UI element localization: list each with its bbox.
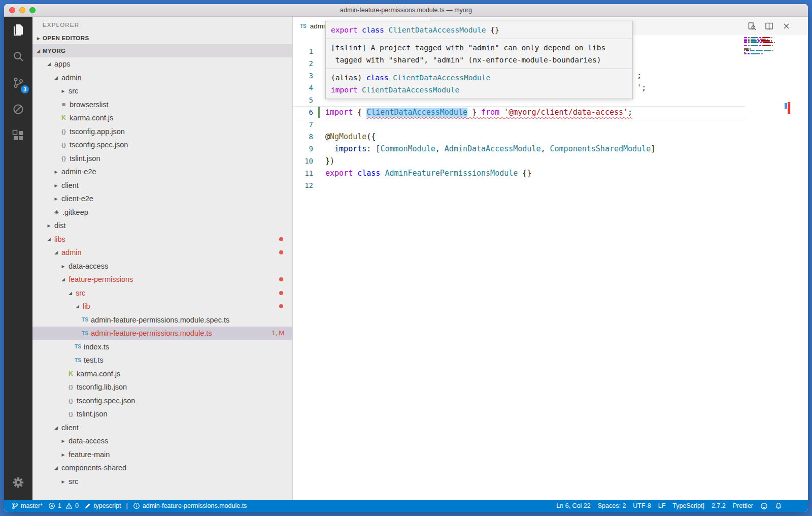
status-encoding[interactable]: UTF-8 (629, 500, 654, 512)
tree-item-label: admin-feature-permissions.module.spec.ts (91, 316, 229, 324)
tree-file-tsconfig.lib.json[interactable]: {}tsconfig.lib.json (32, 380, 292, 394)
code-line-9[interactable]: 9 imports: [CommonModule, AdminDataAcces… (293, 143, 745, 155)
tree-folder-admin-e2e[interactable]: ▸admin-e2e (32, 165, 292, 179)
tree-folder-components-shared[interactable]: ◢components-shared (32, 461, 292, 475)
activity-settings[interactable] (4, 469, 32, 496)
minimize-window-button[interactable] (19, 7, 25, 13)
chevron-collapsed-icon: ▸ (59, 451, 67, 458)
json-file-icon: {} (59, 155, 69, 162)
code-line-8[interactable]: 8@NgModule({ (293, 131, 745, 143)
code-token: ; (637, 71, 641, 80)
code-line-7[interactable]: 7 (293, 118, 745, 131)
status-cursor-position[interactable]: Ln 6, Col 22 (553, 500, 594, 512)
ts-file-icon: TS (73, 358, 83, 363)
tree-file-tsconfig.app.json[interactable]: {}tsconfig.app.json (32, 125, 292, 139)
tree-folder-admin[interactable]: ◢admin (32, 71, 292, 85)
tree-file-browserslist[interactable]: ≡browserslist (32, 98, 292, 112)
code-line-12[interactable]: 12 (293, 179, 745, 191)
tree-file-admin-feature-permissions.module.ts[interactable]: TSadmin-feature-permissions.module.ts1, … (32, 327, 292, 340)
tree-folder-client[interactable]: ▸client (32, 179, 292, 192)
tree-file-admin-feature-permissions.module.spec.ts[interactable]: TSadmin-feature-permissions.module.spec.… (32, 313, 292, 327)
code-line-11[interactable]: 11export class AdminFeaturePermissionsMo… (293, 167, 745, 179)
tree-file-tslint.json[interactable]: {}tslint.json (32, 407, 292, 421)
popup-token: tagged with "shared", "admin" (nx-enforc… (331, 56, 601, 64)
tree-folder-data-access[interactable]: ▸data-access (32, 260, 292, 273)
tree-folder-client[interactable]: ◢client (32, 421, 292, 435)
line-number: 12 (293, 179, 313, 191)
gutter (313, 57, 325, 70)
status-active-file-info[interactable]: admin-feature-permissions.module.ts (129, 500, 251, 512)
code-line-10[interactable]: 10}) (293, 155, 745, 167)
status-separator: | (124, 502, 129, 509)
minimap-segment (744, 50, 745, 51)
code-token: import (325, 108, 353, 117)
line-number: 2 (293, 57, 313, 70)
activity-extensions[interactable] (4, 122, 32, 149)
minimap-segment (751, 53, 760, 54)
git-file-icon: ◈ (52, 209, 61, 215)
minimap-segment (748, 45, 750, 46)
ts-file-icon: TS (73, 344, 83, 349)
close-window-button[interactable] (9, 7, 15, 13)
tree-file-tslint.json[interactable]: {}tslint.json (32, 152, 292, 166)
tree-folder-data-access[interactable]: ▸data-access (32, 434, 292, 448)
minimap-segment (762, 37, 770, 38)
zoom-window-button[interactable] (29, 7, 36, 13)
tree-file-tsconfig.spec.json[interactable]: {}tsconfig.spec.json (32, 138, 292, 152)
gutter (313, 70, 325, 82)
status-language-mode[interactable]: TypeScript] (669, 500, 708, 512)
tree-folder-src[interactable]: ◢src (32, 286, 292, 300)
status-label: 1 (58, 502, 61, 509)
status-feedback[interactable] (757, 500, 771, 512)
minimap-segment (751, 42, 759, 43)
code-token: { (353, 108, 366, 117)
status-git-branch[interactable]: master* (8, 500, 46, 512)
tree-folder-apps[interactable]: ◢apps (32, 57, 292, 71)
status-notifications[interactable] (771, 500, 786, 512)
status-indentation[interactable]: Spaces: 2 (594, 500, 630, 512)
sidebar-title: EXPLORER (32, 17, 292, 32)
minimap[interactable] (744, 37, 777, 56)
hover-tooltip-popup[interactable]: export class ClientDataAccessModule {}[t… (325, 21, 633, 99)
tree-folder-feature-permissions[interactable]: ◢feature-permissions (32, 273, 292, 286)
tree-folder-libs[interactable]: ◢libs (32, 233, 292, 246)
code-token: }) (325, 156, 334, 166)
tree-folder-src[interactable]: ▸src (32, 475, 292, 489)
tree-folder-admin[interactable]: ◢admin (32, 246, 292, 260)
tree-folder-dist[interactable]: ▸dist (32, 219, 292, 233)
tree-file-test.ts[interactable]: TStest.ts (32, 353, 292, 367)
tree-file-karma.conf.js[interactable]: Kkarma.conf.js (32, 111, 292, 125)
tree-folder-lib[interactable]: ◢lib (32, 300, 292, 313)
status-ts-version[interactable]: 2.7.2 (708, 500, 729, 512)
section-label: MYORG (43, 48, 65, 54)
tree-folder-feature-main[interactable]: ▸feature-main (32, 448, 292, 462)
status-tslint-typescript[interactable]: typescript (81, 500, 125, 512)
tree-file-index.ts[interactable]: TSindex.ts (32, 340, 292, 354)
tree-folder-src[interactable]: ▸src (32, 84, 292, 98)
status-eol[interactable]: LF (655, 500, 669, 512)
karma-file-icon: K (59, 114, 69, 121)
section-myorg[interactable]: ◢ MYORG (32, 44, 292, 57)
activity-explorer[interactable] (4, 17, 32, 43)
chevron-expanded-icon: ◢ (52, 425, 60, 430)
split-editor-button[interactable] (765, 22, 773, 30)
status-warnings[interactable]: 0 (63, 500, 81, 512)
git-added-indicator (318, 107, 320, 118)
tree-file-.gitkeep[interactable]: ◈.gitkeep (32, 206, 292, 219)
tree-folder-client-e2e[interactable]: ▸client-e2e (32, 192, 292, 206)
chevron-expanded-icon: ◢ (59, 277, 67, 282)
tree-file-karma.conf.js[interactable]: Kkarma.conf.js (32, 367, 292, 381)
activity-source-control[interactable]: 3 (4, 70, 32, 96)
chevron-collapsed-icon: ▸ (52, 182, 60, 189)
status-formatter[interactable]: Prettier (729, 500, 757, 512)
activity-debug[interactable] (4, 96, 32, 122)
popup-token: class (366, 74, 393, 82)
code-line-6[interactable]: 6import { ClientDataAccessModule } from … (293, 106, 745, 118)
git-status-badge: 1, M (272, 330, 284, 337)
open-preview-button[interactable] (748, 22, 756, 30)
tree-file-tsconfig.spec.json[interactable]: {}tsconfig.spec.json (32, 394, 292, 408)
status-errors[interactable]: 1 (46, 500, 63, 512)
activity-search[interactable] (4, 43, 32, 70)
close-editor-button[interactable] (782, 22, 791, 30)
section-open-editors[interactable]: ▸ OPEN EDITORS (32, 32, 292, 44)
